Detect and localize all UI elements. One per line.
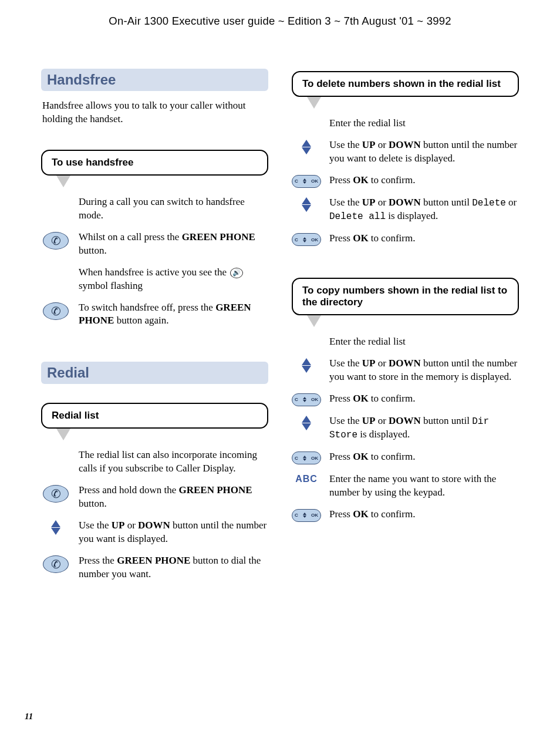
step-text: Use the UP or DOWN button until Delete o…: [329, 196, 519, 224]
callout-pointer: [56, 176, 70, 187]
step-text: Use the UP or DOWN button until the numb…: [329, 139, 519, 166]
left-column: Handsfree Handsfree allows you to talk t…: [41, 69, 268, 589]
green-phone-icon: ✆: [43, 555, 69, 573]
up-down-icon: [302, 416, 311, 430]
callout-delete-redial: To delete numbers shown in the redial li…: [292, 71, 519, 97]
step: Use the UP or DOWN button until Dir Stor…: [292, 415, 519, 442]
abc-keypad-icon: ABC: [295, 474, 318, 484]
handsfree-intro: Handsfree allows you to talk to your cal…: [41, 99, 268, 126]
step: ✆ To switch handsfree off, press the GRE…: [41, 301, 268, 328]
step-text: Whilst on a call press the GREEN PHONE b…: [79, 231, 268, 258]
step: During a call you can switch to handsfre…: [41, 196, 268, 223]
page-number: 11: [25, 712, 33, 722]
step-text: Press OK to confirm.: [329, 450, 519, 464]
step: Enter the redial list: [292, 117, 519, 130]
up-down-icon: [302, 358, 311, 373]
step-text: Press OK to confirm.: [329, 508, 519, 521]
step: COK Press OK to confirm.: [292, 232, 519, 246]
section-redial-title: Redial: [41, 362, 268, 384]
step-text: Enter the redial list: [329, 117, 519, 130]
green-phone-icon: ✆: [43, 485, 69, 503]
step: When handsfree is active you see the 🔊 s…: [41, 266, 268, 293]
section-handsfree-title: Handsfree: [41, 69, 268, 91]
step-text: Press OK to confirm.: [329, 392, 519, 406]
step-text: Press the GREEN PHONE button to dial the…: [79, 554, 268, 581]
step-text: Use the UP or DOWN button until Dir Stor…: [329, 415, 519, 442]
step: COK Press OK to confirm.: [292, 450, 519, 464]
step: ABC Enter the name you want to store wit…: [292, 473, 519, 500]
page-header: On-Air 1300 Executive user guide ~ Editi…: [41, 15, 519, 28]
step: COK Press OK to confirm.: [292, 174, 519, 188]
callout-redial-list: Redial list: [41, 403, 268, 429]
step-text: Enter the name you want to store with th…: [329, 473, 519, 500]
step: ✆ Press and hold down the GREEN PHONE bu…: [41, 484, 268, 511]
green-phone-icon: ✆: [43, 302, 69, 320]
step: Use the UP or DOWN button until the numb…: [292, 139, 519, 166]
up-down-icon: [51, 520, 60, 535]
step: The redial list can also incorporate inc…: [41, 449, 268, 476]
step: Use the UP or DOWN button until the numb…: [292, 357, 519, 384]
up-down-icon: [302, 197, 311, 212]
step-text: Use the UP or DOWN button until the numb…: [79, 519, 268, 546]
ok-button-icon: COK: [292, 393, 321, 406]
up-down-icon: [302, 140, 311, 154]
step: ✆ Whilst on a call press the GREEN PHONE…: [41, 231, 268, 258]
step-text: Press OK to confirm.: [329, 174, 519, 187]
callout-pointer: [307, 315, 321, 327]
step: ✆ Press the GREEN PHONE button to dial t…: [41, 554, 268, 581]
callout-pointer: [307, 97, 321, 109]
step: Use the UP or DOWN button until the numb…: [41, 519, 268, 546]
step-text: Press OK to confirm.: [329, 232, 519, 245]
step-text: Press and hold down the GREEN PHONE butt…: [79, 484, 268, 511]
callout-pointer: [56, 429, 70, 440]
ok-button-icon: COK: [292, 509, 321, 522]
step-text: Use the UP or DOWN button until the numb…: [329, 357, 519, 384]
step: Enter the redial list: [292, 335, 519, 349]
callout-copy-redial: To copy numbers shown in the redial list…: [292, 278, 519, 315]
step-text: Enter the redial list: [329, 335, 519, 349]
right-column: To delete numbers shown in the redial li…: [292, 69, 519, 589]
green-phone-icon: ✆: [43, 232, 69, 250]
content-columns: Handsfree Handsfree allows you to talk t…: [41, 69, 519, 589]
step: COK Press OK to confirm.: [292, 392, 519, 406]
ok-button-icon: COK: [292, 233, 321, 246]
step-text: During a call you can switch to handsfre…: [79, 196, 268, 223]
ok-button-icon: COK: [292, 451, 321, 464]
callout-use-handsfree: To use handsfree: [41, 150, 268, 176]
step-text: The redial list can also incorporate inc…: [79, 449, 268, 476]
speaker-icon: 🔊: [230, 268, 243, 278]
step: Use the UP or DOWN button until Delete o…: [292, 196, 519, 224]
step-text: When handsfree is active you see the 🔊 s…: [79, 266, 268, 293]
step-text: To switch handsfree off, press the GREEN…: [79, 301, 268, 328]
step: COK Press OK to confirm.: [292, 508, 519, 522]
ok-button-icon: COK: [292, 175, 321, 188]
